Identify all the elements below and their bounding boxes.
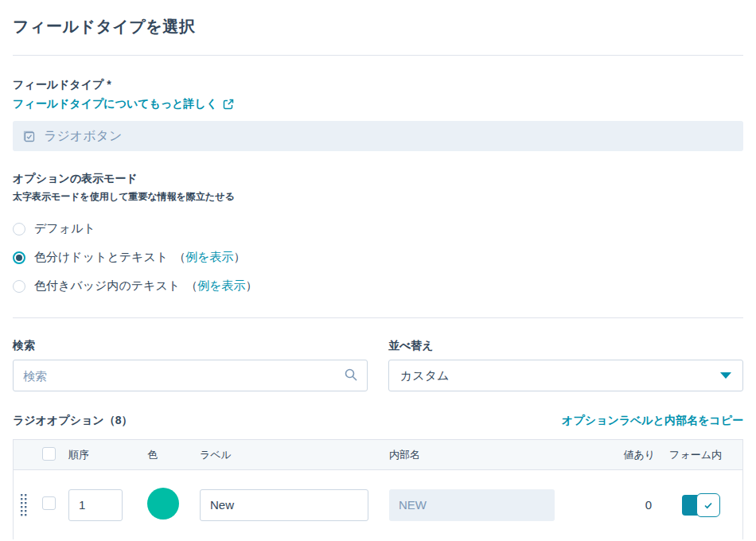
field-type-panel: フィールドタイプを選択 フィールドタイプ * フィールドタイプについてもっと詳し…	[0, 16, 756, 539]
col-header-label: ラベル	[200, 448, 389, 462]
divider	[13, 55, 743, 56]
sort-label: 並べ替え	[388, 339, 743, 353]
in-form-toggle[interactable]	[682, 495, 719, 516]
search-input[interactable]	[13, 360, 368, 391]
order-input[interactable]	[68, 489, 123, 521]
has-value-count: 0	[588, 498, 658, 512]
display-mode-subheading: 太字表示モードを使用して重要な情報を際立たせる	[13, 190, 743, 204]
external-link-icon	[223, 99, 234, 110]
radio-option-label: 色付きバッジ内のテキスト	[34, 278, 180, 294]
option-example: （例を表示）	[173, 250, 245, 265]
divider	[13, 317, 743, 318]
col-header-color: 色	[147, 448, 200, 462]
col-header-order: 順序	[66, 448, 147, 462]
learn-more-link[interactable]: フィールドタイプについてもっと詳しく	[13, 97, 217, 111]
sort-selected-value: カスタム	[400, 368, 449, 383]
options-heading: ラジオオプション（8）	[13, 414, 132, 428]
show-example-link[interactable]: 例を表示	[197, 278, 245, 292]
select-all-checkbox[interactable]	[42, 447, 56, 461]
learn-more-row: フィールドタイプについてもっと詳しく	[13, 97, 743, 111]
page-title: フィールドタイプを選択	[13, 16, 743, 37]
field-type-value-text: ラジオボタン	[44, 128, 122, 145]
radio-button[interactable]	[13, 251, 25, 264]
show-example-link[interactable]: 例を表示	[185, 250, 233, 263]
radio-button[interactable]	[13, 223, 25, 235]
copy-options-link[interactable]: オプションラベルと内部名をコピー	[562, 414, 743, 428]
table-header-row: 順序 色 ラベル 内部名 値あり フォーム内	[14, 440, 742, 470]
row-checkbox[interactable]	[42, 496, 56, 510]
radio-option-label: デフォルト	[34, 221, 95, 236]
drag-handle-icon[interactable]	[21, 494, 31, 516]
field-type-value: ラジオボタン	[13, 121, 743, 151]
radio-button[interactable]	[13, 280, 25, 293]
label-input[interactable]	[200, 489, 368, 521]
radio-option-default[interactable]: デフォルト	[13, 221, 743, 236]
display-mode-heading: オプションの表示モード	[13, 172, 743, 186]
color-swatch[interactable]	[147, 488, 179, 520]
col-header-in-form: フォーム内	[658, 448, 741, 462]
caret-down-icon	[720, 372, 731, 379]
toggle-knob	[696, 493, 720, 517]
checked-box-icon	[22, 130, 36, 143]
table-row: 0	[14, 470, 742, 539]
filters-row: 検索 並べ替え カスタム	[13, 339, 743, 391]
radio-option-colored-badge[interactable]: 色付きバッジ内のテキスト （例を表示）	[13, 278, 743, 294]
display-mode-options: デフォルト 色分けドットとテキスト （例を表示） 色付きバッジ内のテキスト （例…	[13, 221, 743, 294]
field-type-label: フィールドタイプ *	[13, 78, 743, 92]
options-table: 順序 色 ラベル 内部名 値あり フォーム内	[13, 439, 743, 539]
search-label: 検索	[13, 339, 368, 353]
search-section: 検索	[13, 339, 368, 391]
radio-option-label: 色分けドットとテキスト	[34, 250, 168, 265]
sort-section: 並べ替え カスタム	[388, 339, 743, 391]
sort-select[interactable]: カスタム	[388, 360, 743, 391]
radio-option-colored-dot[interactable]: 色分けドットとテキスト （例を表示）	[13, 250, 743, 265]
search-icon	[344, 368, 358, 385]
col-header-has-value: 値あり	[588, 448, 658, 462]
options-header: ラジオオプション（8） オプションラベルと内部名をコピー	[13, 414, 743, 428]
option-example: （例を表示）	[185, 278, 257, 294]
col-header-internal: 内部名	[389, 448, 588, 462]
internal-name-input	[389, 489, 555, 521]
